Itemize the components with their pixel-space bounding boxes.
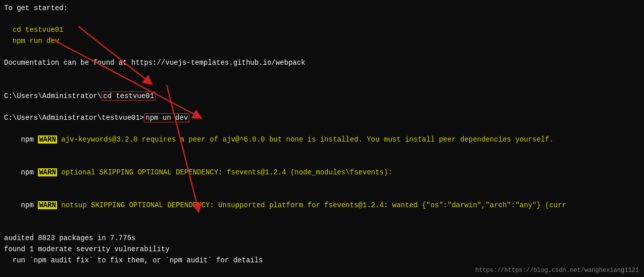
terminal-line-8	[4, 80, 640, 91]
terminal-line-11: C:\Users\Administrator\testvue01>npm un …	[4, 113, 640, 124]
warn-msg-2: optional SKIPPING OPTIONAL DEPENDENCY: f…	[57, 168, 392, 176]
warn-badge-3: WARN	[38, 201, 57, 209]
terminal-line-audit3: run `npm audit fix` to fix them, or `npm…	[4, 255, 640, 266]
terminal-line-2	[4, 14, 640, 25]
warn-badge-2: WARN	[38, 168, 57, 176]
terminal-line-audit1: audited 8823 packages in 7.775s	[4, 233, 640, 244]
terminal-line-4: npm run dev	[4, 36, 640, 47]
cmd-cd-highlight: cd testvue01	[102, 91, 156, 101]
terminal-line-6: Documentation can be found at https://vu…	[4, 58, 640, 69]
terminal-line-gap1	[4, 222, 640, 234]
npm-text-2: npm	[21, 168, 38, 176]
terminal-window: To get started: cd testvue01 npm run dev…	[0, 0, 644, 277]
terminal-line-warn1: npm WARN ajv-keywords@3.2.0 requires a p…	[4, 124, 640, 157]
watermark: https://https://blog.csdn.net/wanghexian…	[475, 267, 639, 274]
terminal-line-7	[4, 69, 640, 80]
terminal-line-warn3: npm WARN notsup SKIPPING OPTIONAL DEPEND…	[4, 190, 640, 222]
terminal-line-warn2: npm WARN optional SKIPPING OPTIONAL DEPE…	[4, 157, 640, 190]
npm-text-3: npm	[21, 201, 38, 209]
terminal-line-3: cd testvue01	[4, 25, 640, 36]
warn-msg-1: ajv-keywords@3.2.0 requires a peer of aj…	[57, 135, 554, 144]
terminal-line-9: C:\Users\Administrator\cd testvue01	[4, 91, 640, 102]
prompt-1: C:\Users\Administrator\	[4, 92, 102, 100]
terminal-line-1: To get started:	[4, 3, 640, 14]
terminal-line-audit2: found 1 moderate severity vulnerability	[4, 244, 640, 255]
npm-text-1: npm	[21, 135, 38, 144]
prompt-2: C:\Users\Administrator\testvue01>	[4, 114, 144, 122]
terminal-line-5	[4, 47, 640, 58]
terminal-line-10	[4, 102, 640, 113]
cmd-npm-install-highlight: npm un dev	[144, 113, 189, 122]
warn-badge-1: WARN	[38, 135, 57, 144]
warn-msg-3: notsup SKIPPING OPTIONAL DEPENDENCY: Uns…	[57, 201, 566, 209]
